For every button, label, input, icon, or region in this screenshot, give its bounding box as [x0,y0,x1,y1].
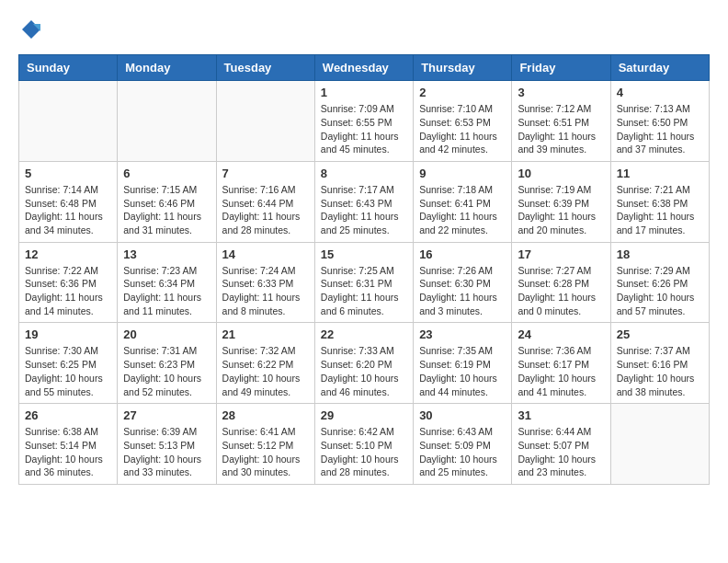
day-info: Sunrise: 7:10 AM Sunset: 6:53 PM Dayligh… [419,102,506,156]
day-info: Sunrise: 7:26 AM Sunset: 6:30 PM Dayligh… [419,264,506,318]
day-info: Sunrise: 7:13 AM Sunset: 6:50 PM Dayligh… [617,102,703,156]
day-number: 16 [419,247,506,261]
day-info: Sunrise: 7:15 AM Sunset: 6:46 PM Dayligh… [123,183,210,237]
weekday-header: Tuesday [216,55,314,81]
day-number: 30 [419,408,506,422]
calendar-cell [19,81,118,162]
day-info: Sunrise: 7:24 AM Sunset: 6:33 PM Dayligh… [222,264,309,318]
day-number: 21 [222,327,309,341]
calendar-cell: 26Sunrise: 6:38 AM Sunset: 5:14 PM Dayli… [19,404,118,485]
calendar-week-row: 1Sunrise: 7:09 AM Sunset: 6:55 PM Daylig… [19,81,710,162]
calendar-cell: 27Sunrise: 6:39 AM Sunset: 5:13 PM Dayli… [118,404,216,485]
calendar-cell [216,81,314,162]
day-info: Sunrise: 7:27 AM Sunset: 6:28 PM Dayligh… [518,264,604,318]
calendar-cell: 4Sunrise: 7:13 AM Sunset: 6:50 PM Daylig… [610,81,709,162]
calendar-cell: 23Sunrise: 7:35 AM Sunset: 6:19 PM Dayli… [414,323,512,404]
calendar-cell [610,404,709,485]
day-number: 12 [25,247,111,261]
calendar-cell: 14Sunrise: 7:24 AM Sunset: 6:33 PM Dayli… [216,242,314,323]
calendar-cell: 24Sunrise: 7:36 AM Sunset: 6:17 PM Dayli… [512,323,610,404]
day-info: Sunrise: 7:30 AM Sunset: 6:25 PM Dayligh… [25,344,111,398]
day-number: 26 [25,408,111,422]
calendar-cell: 1Sunrise: 7:09 AM Sunset: 6:55 PM Daylig… [314,81,413,162]
day-info: Sunrise: 7:18 AM Sunset: 6:41 PM Dayligh… [419,183,506,237]
day-info: Sunrise: 7:32 AM Sunset: 6:22 PM Dayligh… [222,344,309,398]
day-info: Sunrise: 7:14 AM Sunset: 6:48 PM Dayligh… [25,183,111,237]
day-info: Sunrise: 7:17 AM Sunset: 6:43 PM Dayligh… [321,183,407,237]
calendar-cell: 2Sunrise: 7:10 AM Sunset: 6:53 PM Daylig… [414,81,512,162]
calendar-cell: 30Sunrise: 6:43 AM Sunset: 5:09 PM Dayli… [414,404,512,485]
calendar-cell: 11Sunrise: 7:21 AM Sunset: 6:38 PM Dayli… [610,161,709,242]
calendar-cell: 8Sunrise: 7:17 AM Sunset: 6:43 PM Daylig… [314,161,413,242]
day-number: 2 [419,86,506,99]
day-info: Sunrise: 7:36 AM Sunset: 6:17 PM Dayligh… [518,344,604,398]
day-info: Sunrise: 6:42 AM Sunset: 5:10 PM Dayligh… [321,425,407,479]
weekday-header: Wednesday [314,55,413,81]
day-number: 3 [518,86,604,99]
day-info: Sunrise: 7:21 AM Sunset: 6:38 PM Dayligh… [617,183,703,237]
calendar-week-row: 5Sunrise: 7:14 AM Sunset: 6:48 PM Daylig… [19,161,710,242]
calendar-cell: 18Sunrise: 7:29 AM Sunset: 6:26 PM Dayli… [610,242,709,323]
day-number: 5 [25,167,111,180]
day-number: 15 [321,247,407,261]
calendar-cell: 19Sunrise: 7:30 AM Sunset: 6:25 PM Dayli… [19,323,118,404]
day-number: 17 [518,247,604,261]
calendar-cell: 3Sunrise: 7:12 AM Sunset: 6:51 PM Daylig… [512,81,610,162]
day-number: 22 [321,327,407,341]
weekday-header: Thursday [414,55,512,81]
day-number: 24 [518,327,604,341]
svg-marker-0 [22,20,40,39]
day-number: 1 [321,86,407,99]
calendar-cell: 29Sunrise: 6:42 AM Sunset: 5:10 PM Dayli… [314,404,413,485]
day-number: 27 [123,408,210,422]
calendar-cell: 15Sunrise: 7:25 AM Sunset: 6:31 PM Dayli… [314,242,413,323]
calendar-cell: 22Sunrise: 7:33 AM Sunset: 6:20 PM Dayli… [314,323,413,404]
weekday-header: Saturday [610,55,709,81]
day-info: Sunrise: 6:44 AM Sunset: 5:07 PM Dayligh… [518,425,604,479]
day-info: Sunrise: 7:16 AM Sunset: 6:44 PM Dayligh… [222,183,309,237]
calendar-cell [118,81,216,162]
day-number: 11 [617,167,703,180]
calendar-header-row: SundayMondayTuesdayWednesdayThursdayFrid… [19,55,710,81]
logo [18,18,42,45]
calendar-cell: 10Sunrise: 7:19 AM Sunset: 6:39 PM Dayli… [512,161,610,242]
day-info: Sunrise: 7:33 AM Sunset: 6:20 PM Dayligh… [321,344,407,398]
day-number: 9 [419,167,506,180]
day-info: Sunrise: 6:43 AM Sunset: 5:09 PM Dayligh… [419,425,506,479]
day-number: 25 [617,327,703,341]
weekday-header: Sunday [19,55,118,81]
weekday-header: Monday [118,55,216,81]
day-info: Sunrise: 7:29 AM Sunset: 6:26 PM Dayligh… [617,264,703,318]
day-info: Sunrise: 7:22 AM Sunset: 6:36 PM Dayligh… [25,264,111,318]
day-info: Sunrise: 7:09 AM Sunset: 6:55 PM Dayligh… [321,102,407,156]
day-number: 4 [617,86,703,99]
day-info: Sunrise: 7:35 AM Sunset: 6:19 PM Dayligh… [419,344,506,398]
day-number: 19 [25,327,111,341]
day-number: 7 [222,167,309,180]
day-info: Sunrise: 6:38 AM Sunset: 5:14 PM Dayligh… [25,425,111,479]
day-number: 13 [123,247,210,261]
day-number: 20 [123,327,210,341]
calendar-cell: 21Sunrise: 7:32 AM Sunset: 6:22 PM Dayli… [216,323,314,404]
calendar-cell: 6Sunrise: 7:15 AM Sunset: 6:46 PM Daylig… [118,161,216,242]
calendar-cell: 31Sunrise: 6:44 AM Sunset: 5:07 PM Dayli… [512,404,610,485]
day-number: 28 [222,408,309,422]
calendar-week-row: 12Sunrise: 7:22 AM Sunset: 6:36 PM Dayli… [19,242,710,323]
day-number: 18 [617,247,703,261]
day-info: Sunrise: 6:39 AM Sunset: 5:13 PM Dayligh… [123,425,210,479]
day-number: 10 [518,167,604,180]
calendar-cell: 20Sunrise: 7:31 AM Sunset: 6:23 PM Dayli… [118,323,216,404]
calendar-table: SundayMondayTuesdayWednesdayThursdayFrid… [18,54,710,485]
day-number: 31 [518,408,604,422]
day-number: 6 [123,167,210,180]
calendar-cell: 5Sunrise: 7:14 AM Sunset: 6:48 PM Daylig… [19,161,118,242]
calendar-cell: 28Sunrise: 6:41 AM Sunset: 5:12 PM Dayli… [216,404,314,485]
weekday-header: Friday [512,55,610,81]
day-number: 8 [321,167,407,180]
day-info: Sunrise: 7:19 AM Sunset: 6:39 PM Dayligh… [518,183,604,237]
day-info: Sunrise: 7:31 AM Sunset: 6:23 PM Dayligh… [123,344,210,398]
day-info: Sunrise: 7:37 AM Sunset: 6:16 PM Dayligh… [617,344,703,398]
calendar-cell: 12Sunrise: 7:22 AM Sunset: 6:36 PM Dayli… [19,242,118,323]
page-header [18,18,710,45]
calendar-week-row: 26Sunrise: 6:38 AM Sunset: 5:14 PM Dayli… [19,404,710,485]
